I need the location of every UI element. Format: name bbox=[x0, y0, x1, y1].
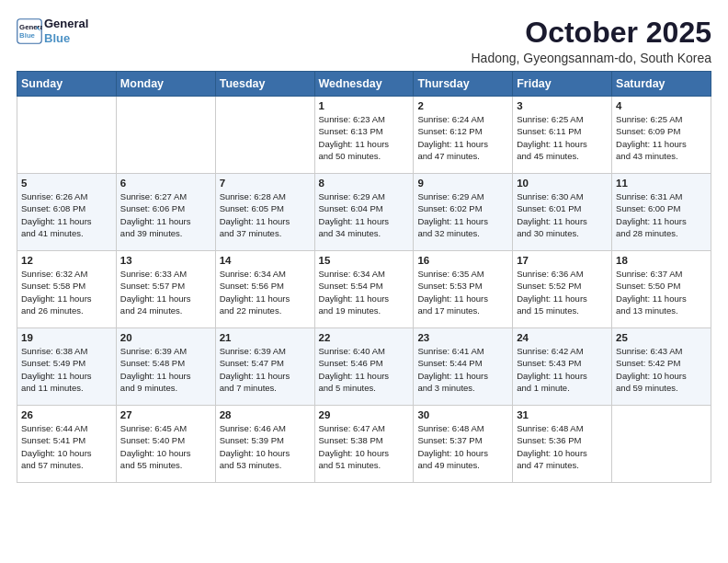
day-info: Sunrise: 6:34 AM Sunset: 5:54 PM Dayligh… bbox=[319, 268, 410, 316]
day-info: Sunrise: 6:47 AM Sunset: 5:38 PM Dayligh… bbox=[319, 422, 410, 471]
calendar-cell: 15Sunrise: 6:34 AM Sunset: 5:54 PM Dayli… bbox=[314, 251, 414, 328]
calendar-cell: 16Sunrise: 6:35 AM Sunset: 5:53 PM Dayli… bbox=[414, 251, 513, 328]
day-number: 15 bbox=[319, 255, 410, 266]
day-number: 8 bbox=[319, 178, 410, 189]
calendar-cell: 4Sunrise: 6:25 AM Sunset: 6:09 PM Daylig… bbox=[612, 97, 711, 174]
day-info: Sunrise: 6:42 AM Sunset: 5:43 PM Dayligh… bbox=[517, 345, 608, 394]
calendar-cell: 9Sunrise: 6:29 AM Sunset: 6:02 PM Daylig… bbox=[414, 174, 513, 251]
day-info: Sunrise: 6:26 AM Sunset: 6:08 PM Dayligh… bbox=[21, 190, 112, 239]
month-title: October 2025 bbox=[471, 17, 711, 49]
calendar-cell: 1Sunrise: 6:23 AM Sunset: 6:13 PM Daylig… bbox=[314, 97, 414, 174]
calendar-week-row: 19Sunrise: 6:38 AM Sunset: 5:49 PM Dayli… bbox=[17, 328, 711, 406]
calendar-cell: 29Sunrise: 6:47 AM Sunset: 5:38 PM Dayli… bbox=[314, 406, 414, 483]
calendar-cell: 27Sunrise: 6:45 AM Sunset: 5:40 PM Dayli… bbox=[116, 406, 215, 483]
day-number: 20 bbox=[120, 332, 211, 343]
day-info: Sunrise: 6:25 AM Sunset: 6:11 PM Dayligh… bbox=[517, 113, 608, 162]
day-number: 23 bbox=[417, 332, 508, 343]
day-info: Sunrise: 6:24 AM Sunset: 6:12 PM Dayligh… bbox=[417, 113, 508, 162]
day-number: 12 bbox=[21, 255, 112, 266]
day-info: Sunrise: 6:27 AM Sunset: 6:06 PM Dayligh… bbox=[120, 190, 211, 239]
day-number: 29 bbox=[319, 409, 410, 420]
calendar-cell bbox=[612, 406, 711, 483]
calendar-cell: 14Sunrise: 6:34 AM Sunset: 5:56 PM Dayli… bbox=[215, 251, 314, 328]
day-info: Sunrise: 6:32 AM Sunset: 5:58 PM Dayligh… bbox=[21, 268, 112, 316]
calendar-cell: 5Sunrise: 6:26 AM Sunset: 6:08 PM Daylig… bbox=[17, 174, 117, 251]
day-number: 27 bbox=[120, 409, 211, 420]
day-info: Sunrise: 6:40 AM Sunset: 5:46 PM Dayligh… bbox=[319, 345, 410, 394]
day-info: Sunrise: 6:35 AM Sunset: 5:53 PM Dayligh… bbox=[417, 268, 508, 316]
calendar-cell: 2Sunrise: 6:24 AM Sunset: 6:12 PM Daylig… bbox=[414, 97, 513, 174]
day-info: Sunrise: 6:28 AM Sunset: 6:05 PM Dayligh… bbox=[220, 190, 311, 239]
weekday-header: Friday bbox=[513, 72, 612, 97]
day-number: 21 bbox=[220, 332, 311, 343]
day-info: Sunrise: 6:39 AM Sunset: 5:48 PM Dayligh… bbox=[120, 345, 211, 394]
day-info: Sunrise: 6:45 AM Sunset: 5:40 PM Dayligh… bbox=[120, 422, 211, 471]
calendar-cell: 24Sunrise: 6:42 AM Sunset: 5:43 PM Dayli… bbox=[513, 328, 612, 406]
calendar-cell: 10Sunrise: 6:30 AM Sunset: 6:01 PM Dayli… bbox=[513, 174, 612, 251]
page: General Blue General Blue October 2025 H… bbox=[0, 0, 728, 563]
calendar-cell: 30Sunrise: 6:48 AM Sunset: 5:37 PM Dayli… bbox=[414, 406, 513, 483]
day-info: Sunrise: 6:48 AM Sunset: 5:36 PM Dayligh… bbox=[517, 422, 608, 471]
day-number: 18 bbox=[616, 255, 707, 266]
calendar-cell bbox=[17, 97, 117, 174]
calendar-week-row: 5Sunrise: 6:26 AM Sunset: 6:08 PM Daylig… bbox=[17, 174, 711, 251]
title-block: October 2025 Hadong, Gyeongsannam-do, So… bbox=[471, 17, 711, 65]
logo-text: General Blue bbox=[44, 17, 88, 45]
svg-text:Blue: Blue bbox=[19, 31, 36, 40]
day-info: Sunrise: 6:38 AM Sunset: 5:49 PM Dayligh… bbox=[21, 345, 112, 394]
calendar-cell: 28Sunrise: 6:46 AM Sunset: 5:39 PM Dayli… bbox=[215, 406, 314, 483]
calendar-cell: 8Sunrise: 6:29 AM Sunset: 6:04 PM Daylig… bbox=[314, 174, 414, 251]
day-number: 7 bbox=[220, 178, 311, 189]
day-info: Sunrise: 6:30 AM Sunset: 6:01 PM Dayligh… bbox=[517, 190, 608, 239]
day-number: 9 bbox=[417, 178, 508, 189]
location-subtitle: Hadong, Gyeongsannam-do, South Korea bbox=[471, 51, 711, 65]
weekday-header: Saturday bbox=[612, 72, 711, 97]
calendar-week-row: 26Sunrise: 6:44 AM Sunset: 5:41 PM Dayli… bbox=[17, 406, 711, 483]
day-number: 2 bbox=[417, 100, 508, 111]
day-number: 3 bbox=[517, 100, 608, 111]
calendar-week-row: 1Sunrise: 6:23 AM Sunset: 6:13 PM Daylig… bbox=[17, 97, 711, 174]
calendar-cell: 11Sunrise: 6:31 AM Sunset: 6:00 PM Dayli… bbox=[612, 174, 711, 251]
day-info: Sunrise: 6:43 AM Sunset: 5:42 PM Dayligh… bbox=[616, 345, 707, 394]
calendar-cell: 21Sunrise: 6:39 AM Sunset: 5:47 PM Dayli… bbox=[215, 328, 314, 406]
calendar-cell: 20Sunrise: 6:39 AM Sunset: 5:48 PM Dayli… bbox=[116, 328, 215, 406]
calendar-cell: 17Sunrise: 6:36 AM Sunset: 5:52 PM Dayli… bbox=[513, 251, 612, 328]
weekday-header: Wednesday bbox=[314, 72, 414, 97]
day-info: Sunrise: 6:37 AM Sunset: 5:50 PM Dayligh… bbox=[616, 268, 707, 316]
day-number: 24 bbox=[517, 332, 608, 343]
calendar-cell: 18Sunrise: 6:37 AM Sunset: 5:50 PM Dayli… bbox=[612, 251, 711, 328]
calendar-cell: 31Sunrise: 6:48 AM Sunset: 5:36 PM Dayli… bbox=[513, 406, 612, 483]
day-info: Sunrise: 6:41 AM Sunset: 5:44 PM Dayligh… bbox=[417, 345, 508, 394]
calendar-cell: 13Sunrise: 6:33 AM Sunset: 5:57 PM Dayli… bbox=[116, 251, 215, 328]
calendar-cell: 23Sunrise: 6:41 AM Sunset: 5:44 PM Dayli… bbox=[414, 328, 513, 406]
day-info: Sunrise: 6:36 AM Sunset: 5:52 PM Dayligh… bbox=[517, 268, 608, 316]
svg-text:General: General bbox=[19, 23, 42, 31]
weekday-header: Thursday bbox=[414, 72, 513, 97]
day-number: 26 bbox=[21, 409, 112, 420]
day-number: 13 bbox=[120, 255, 211, 266]
day-number: 4 bbox=[616, 100, 707, 111]
day-info: Sunrise: 6:33 AM Sunset: 5:57 PM Dayligh… bbox=[120, 268, 211, 316]
day-number: 5 bbox=[21, 178, 112, 189]
day-number: 31 bbox=[517, 409, 608, 420]
weekday-header: Sunday bbox=[17, 72, 117, 97]
day-info: Sunrise: 6:31 AM Sunset: 6:00 PM Dayligh… bbox=[616, 190, 707, 239]
day-info: Sunrise: 6:34 AM Sunset: 5:56 PM Dayligh… bbox=[220, 268, 311, 316]
day-number: 16 bbox=[417, 255, 508, 266]
logo-icon: General Blue bbox=[17, 18, 42, 44]
calendar-cell: 7Sunrise: 6:28 AM Sunset: 6:05 PM Daylig… bbox=[215, 174, 314, 251]
day-number: 11 bbox=[616, 178, 707, 189]
calendar-week-row: 12Sunrise: 6:32 AM Sunset: 5:58 PM Dayli… bbox=[17, 251, 711, 328]
calendar-cell: 6Sunrise: 6:27 AM Sunset: 6:06 PM Daylig… bbox=[116, 174, 215, 251]
day-info: Sunrise: 6:25 AM Sunset: 6:09 PM Dayligh… bbox=[616, 113, 707, 162]
day-number: 6 bbox=[120, 178, 211, 189]
day-number: 10 bbox=[517, 178, 608, 189]
calendar-cell: 19Sunrise: 6:38 AM Sunset: 5:49 PM Dayli… bbox=[17, 328, 117, 406]
day-number: 28 bbox=[220, 409, 311, 420]
calendar-cell: 26Sunrise: 6:44 AM Sunset: 5:41 PM Dayli… bbox=[17, 406, 117, 483]
calendar-table: SundayMondayTuesdayWednesdayThursdayFrid… bbox=[17, 71, 711, 483]
day-info: Sunrise: 6:48 AM Sunset: 5:37 PM Dayligh… bbox=[417, 422, 508, 471]
day-number: 19 bbox=[21, 332, 112, 343]
header: General Blue General Blue October 2025 H… bbox=[17, 17, 711, 65]
day-info: Sunrise: 6:39 AM Sunset: 5:47 PM Dayligh… bbox=[220, 345, 311, 394]
